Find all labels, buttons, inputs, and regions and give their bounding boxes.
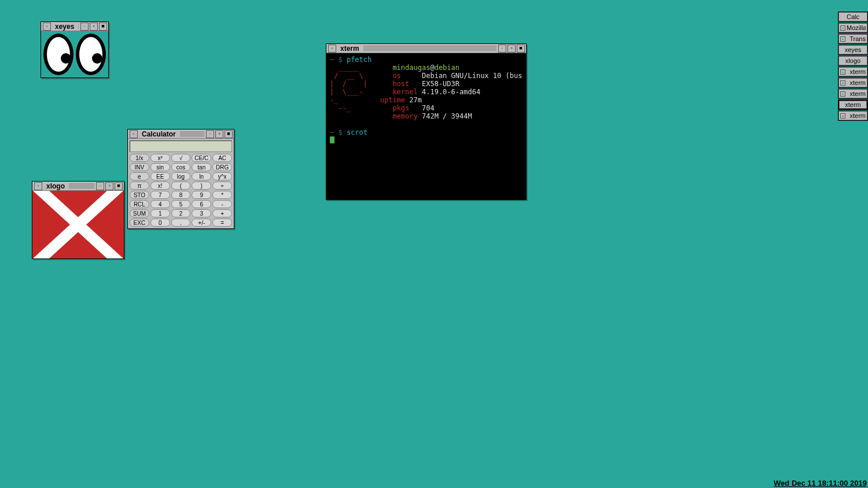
taskbar-item-icon: ▫: [840, 69, 845, 75]
terminal-body[interactable]: ~ $ pfetch _____ mindaugas@debian / __ \…: [326, 53, 526, 199]
window-menu-icon[interactable]: ▫: [130, 130, 138, 138]
taskbar-item-icon: ▫: [840, 80, 845, 86]
titlebar-stripes: [78, 24, 79, 29]
maximize-button[interactable]: ▫: [90, 23, 98, 31]
calc-key-sin[interactable]: sin: [150, 163, 170, 171]
close-button[interactable]: ■: [115, 182, 123, 190]
calc-key-6[interactable]: 6: [192, 200, 211, 208]
xlogo-icon: [32, 191, 124, 258]
calc-key-tan[interactable]: tan: [192, 163, 211, 171]
calc-key-[interactable]: +: [212, 209, 232, 217]
calculator-title: Calculator: [139, 130, 178, 138]
taskbar-item-calc[interactable]: Calc: [838, 12, 868, 22]
calc-key-[interactable]: ): [192, 182, 211, 190]
calc-key-cos[interactable]: cos: [171, 163, 191, 171]
calc-key-sto[interactable]: STO: [130, 191, 149, 199]
calc-key-[interactable]: √: [171, 154, 191, 162]
calc-key-[interactable]: *: [212, 191, 232, 199]
close-button[interactable]: ■: [225, 130, 233, 138]
minimize-button[interactable]: ·: [498, 45, 506, 53]
calc-key-yx[interactable]: y^x: [212, 172, 232, 180]
calc-key-sum[interactable]: SUM: [130, 209, 149, 217]
xterm-title: xterm: [338, 45, 362, 53]
calc-key-0[interactable]: 0: [150, 219, 170, 227]
pupil-right: [92, 53, 102, 64]
eye-left: [43, 34, 73, 75]
calc-key-[interactable]: π: [130, 182, 149, 190]
taskbar-item-xterm[interactable]: ▫xterm: [838, 110, 868, 121]
calc-key-[interactable]: .: [171, 219, 191, 227]
maximize-button[interactable]: ▫: [105, 182, 113, 190]
taskbar-window-list: Calc▫Mozilla▫Transxeyesxlogo▫xterm▫xterm…: [838, 12, 868, 121]
taskbar-item-icon: ▫: [840, 113, 845, 119]
xeyes-title: xeyes: [53, 23, 76, 31]
calculator-titlebar[interactable]: ▫ Calculator · ▫ ■: [128, 130, 234, 139]
taskbar-item-icon: ▫: [840, 25, 845, 31]
window-menu-icon[interactable]: ▫: [43, 23, 51, 31]
minimize-button[interactable]: ·: [96, 182, 104, 190]
calc-key-ln[interactable]: ln: [192, 172, 211, 180]
calc-key-[interactable]: =: [212, 219, 232, 227]
taskbar-item-xeyes[interactable]: xeyes: [838, 45, 868, 55]
calculator-body: 1/xx²√CE/CACINVsincostanDRGeEEloglny^xπx…: [128, 139, 234, 228]
calc-key-1[interactable]: 1: [150, 209, 170, 217]
xterm-titlebar[interactable]: ▫ xterm · ▫ ■: [326, 44, 526, 53]
calc-key-8[interactable]: 8: [171, 191, 191, 199]
calc-key-ac[interactable]: AC: [212, 154, 232, 162]
calc-key-3[interactable]: 3: [192, 209, 211, 217]
calc-key-cec[interactable]: CE/C: [192, 154, 211, 162]
calc-key-9[interactable]: 9: [192, 191, 211, 199]
taskbar-item-trans[interactable]: ▫Trans: [838, 34, 868, 44]
taskbar-item-label: xlogo: [840, 57, 866, 64]
xterm-window[interactable]: ▫ xterm · ▫ ■ ~ $ pfetch _____ mindaugas…: [326, 43, 527, 200]
window-menu-icon[interactable]: ▫: [34, 182, 42, 190]
calc-key-[interactable]: +/-: [192, 219, 211, 227]
xeyes-titlebar[interactable]: ▫ xeyes · ▫ ■: [41, 22, 108, 31]
taskbar-item-label: Mozilla: [847, 24, 866, 31]
window-menu-icon[interactable]: ▫: [328, 45, 336, 53]
calc-key-drg[interactable]: DRG: [212, 163, 232, 171]
taskbar-item-label: xterm: [841, 101, 865, 108]
calc-key-2[interactable]: 2: [171, 209, 191, 217]
calc-key-[interactable]: (: [171, 182, 191, 190]
taskbar-item-xterm[interactable]: ▫xterm: [838, 77, 868, 88]
calc-key-[interactable]: ÷: [212, 182, 232, 190]
xlogo-title: xlogo: [44, 182, 67, 190]
calc-key-7[interactable]: 7: [150, 191, 170, 199]
maximize-button[interactable]: ▫: [215, 130, 223, 138]
titlebar-stripes: [69, 183, 94, 189]
calc-key-x[interactable]: x!: [150, 182, 170, 190]
calc-key-ee[interactable]: EE: [150, 172, 170, 180]
taskbar-item-xlogo[interactable]: xlogo: [838, 56, 868, 66]
taskbar-item-xterm[interactable]: xterm: [838, 99, 868, 110]
minimize-button[interactable]: ·: [206, 130, 214, 138]
minimize-button[interactable]: ·: [80, 23, 89, 31]
xlogo-titlebar[interactable]: ▫ xlogo · ▫ ■: [32, 182, 124, 191]
taskbar-item-xterm[interactable]: ▫xterm: [838, 88, 868, 99]
calc-key-x[interactable]: x²: [150, 154, 170, 162]
calc-key-1x[interactable]: 1/x: [130, 154, 149, 162]
calc-key-5[interactable]: 5: [171, 200, 191, 208]
eye-right: [76, 34, 106, 75]
calculator-window[interactable]: ▫ Calculator · ▫ ■ 1/xx²√CE/CACINVsincos…: [127, 129, 234, 229]
close-button[interactable]: ■: [99, 23, 107, 31]
xeyes-body: [41, 31, 108, 77]
calc-key-log[interactable]: log: [171, 172, 191, 180]
taskbar-item-mozilla[interactable]: ▫Mozilla: [838, 23, 868, 33]
calc-key-exc[interactable]: EXC: [130, 219, 149, 227]
taskbar-item-xterm[interactable]: ▫xterm: [838, 66, 868, 77]
calc-key-inv[interactable]: INV: [130, 163, 149, 171]
calc-key-rcl[interactable]: RCL: [130, 200, 149, 208]
close-button[interactable]: ■: [517, 45, 525, 53]
taskbar-item-label: xterm: [847, 112, 866, 119]
calc-key-e[interactable]: e: [130, 172, 149, 180]
maximize-button[interactable]: ▫: [507, 45, 516, 53]
xeyes-window[interactable]: ▫ xeyes · ▫ ■: [41, 21, 109, 78]
xlogo-body: [32, 191, 124, 258]
calc-key-[interactable]: -: [212, 200, 232, 208]
taskbar-item-icon: ▫: [840, 36, 845, 42]
taskbar-item-label: Trans: [847, 35, 866, 42]
calc-key-4[interactable]: 4: [150, 200, 170, 208]
xlogo-window[interactable]: ▫ xlogo · ▫ ■: [32, 181, 124, 259]
clock: Wed Dec 11 18:11:00 2019: [774, 479, 867, 487]
